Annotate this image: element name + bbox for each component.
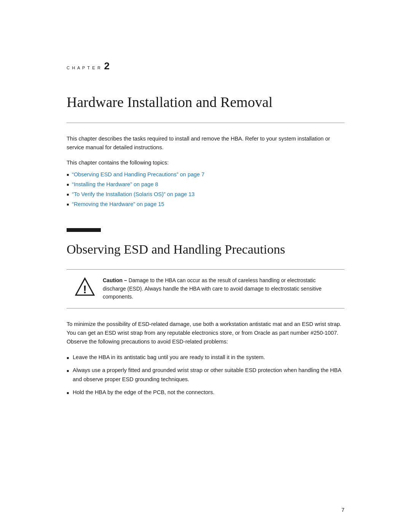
svg-text:!: ! [83, 283, 87, 296]
section-title-text: Observing ESD and Handling Precautions [67, 242, 285, 256]
chapter-title: Hardware Installation and Removal [67, 94, 344, 111]
caution-body: Damage to the HBA can occur as the resul… [103, 277, 322, 300]
content-area: C H A P T E R 2 Hardware Installation an… [0, 0, 411, 431]
list-item: ■ “Removing the Hardware” on page 15 [67, 199, 344, 209]
chapter-label: C H A P T E R 2 [67, 61, 344, 71]
bullet-icon: ■ [67, 390, 69, 396]
chapter-text: C H A P T E R [67, 66, 101, 70]
bullet-text-3: Hold the HBA by the edge of the PCB, not… [73, 388, 214, 397]
topic-link-3[interactable]: “To Verify the Installation (Solaris OS)… [72, 189, 194, 199]
bullet-icon: ■ [67, 181, 69, 188]
topics-label: This chapter contains the following topi… [67, 160, 344, 166]
topic-list: ■ “Observing ESD and Handling Precaution… [67, 169, 344, 209]
body-paragraph: To minimize the possibility of ESD-relat… [67, 320, 344, 347]
list-item: ■ “To Verify the Installation (Solaris O… [67, 189, 344, 199]
page-number: 7 [341, 507, 344, 513]
list-item: ■ Always use a properly fitted and groun… [67, 366, 344, 384]
bullet-text-1: Leave the HBA in its antistatic bag unti… [73, 353, 265, 362]
bullet-text-2: Always use a properly fitted and grounde… [73, 366, 344, 384]
bullet-list: ■ Leave the HBA in its antistatic bag un… [67, 353, 344, 397]
caution-label: Caution – [103, 277, 127, 283]
topic-link-4[interactable]: “Removing the Hardware” on page 15 [72, 199, 164, 209]
list-item: ■ “Installing the Hardware” on page 8 [67, 179, 344, 189]
section-title: Observing ESD and Handling Precautions [67, 241, 344, 258]
caution-triangle-icon: ! [75, 277, 95, 297]
caution-box: ! Caution – Damage to the HBA can occur … [67, 269, 344, 308]
section-accent-bar [67, 228, 101, 232]
bullet-icon: ■ [67, 201, 69, 208]
list-item: ■ Leave the HBA in its antistatic bag un… [67, 353, 344, 362]
list-item: ■ “Observing ESD and Handling Precaution… [67, 169, 344, 179]
chapter-number: 2 [104, 61, 110, 71]
list-item: ■ Hold the HBA by the edge of the PCB, n… [67, 388, 344, 397]
caution-icon: ! [74, 276, 95, 297]
bullet-icon: ■ [67, 191, 69, 198]
bullet-icon: ■ [67, 368, 69, 374]
topic-link-2[interactable]: “Installing the Hardware” on page 8 [72, 179, 158, 189]
caution-text: Caution – Damage to the HBA can occur as… [103, 276, 337, 301]
title-divider [67, 123, 344, 123]
bullet-icon: ■ [67, 171, 69, 178]
page: C H A P T E R 2 Hardware Installation an… [0, 0, 411, 532]
intro-paragraph-1: This chapter describes the tasks require… [67, 134, 344, 152]
topic-link-1[interactable]: “Observing ESD and Handling Precautions”… [72, 169, 204, 179]
bullet-icon: ■ [67, 355, 69, 361]
